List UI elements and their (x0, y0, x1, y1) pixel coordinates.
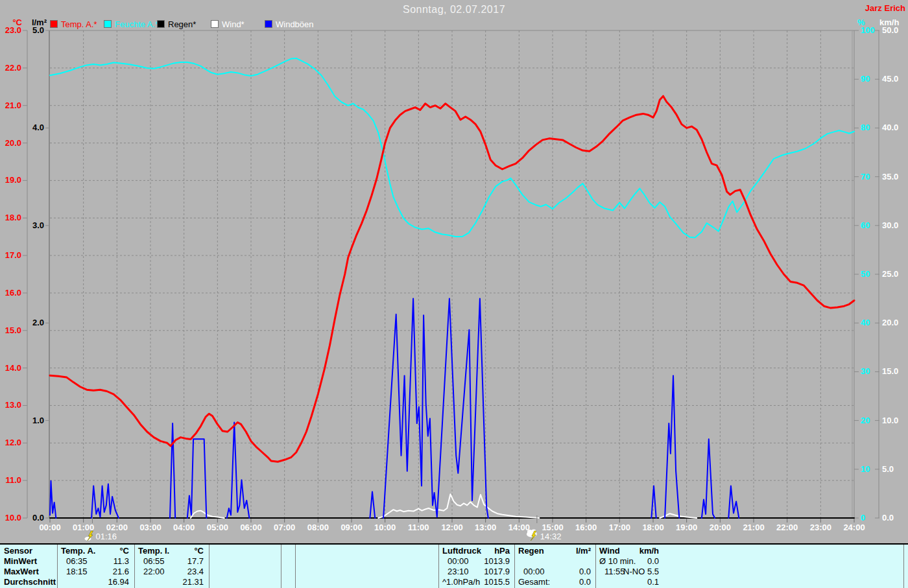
series-windböen (665, 375, 679, 518)
humidity-axis-tick-label: 60 (861, 220, 870, 230)
wind-axis-tick-label: 15.0 (882, 366, 898, 376)
rain-axis-tick-label: 2.0 (32, 318, 44, 327)
series-wind (378, 494, 539, 518)
rain-axis-tick-label: 3.0 (32, 220, 44, 230)
table-row-value: 23.4 (134, 567, 204, 576)
wind-axis-tick-label: 35.0 (882, 172, 898, 182)
temp-axis-tick-label: 13.0 (5, 400, 21, 410)
x-axis-tick-label: 00:00 (39, 523, 60, 532)
table-unit-label: °C (134, 546, 204, 556)
temp-axis-tick-label: 20.0 (5, 138, 21, 148)
table-column-divider (209, 545, 209, 588)
rain-axis-tick-label: 5.0 (32, 25, 44, 35)
series-windböen (702, 439, 715, 518)
x-axis-tick-label: 03:00 (139, 523, 161, 532)
temp-axis-tick-label: 12.0 (5, 438, 21, 447)
temp-axis-tick-label: 21.0 (5, 100, 21, 110)
wind-axis-tick-label: 5.0 (882, 464, 894, 474)
temp-axis-tick-label: 22.0 (5, 63, 21, 73)
x-axis-tick-label: 04:00 (173, 523, 195, 532)
table-row-value: 11.3 (57, 556, 129, 566)
table-row-value: 21.6 (57, 567, 129, 576)
weather-chart: 10.011.012.013.014.015.016.017.018.019.0… (0, 0, 908, 543)
humidity-axis-tick-label: 80 (861, 123, 870, 132)
series-tempa (50, 96, 854, 462)
wind-axis-tick-label: 0.0 (882, 513, 894, 523)
series-windböen (170, 423, 175, 518)
table-column-divider (281, 545, 281, 588)
weather-chart-screen: Sonntag, 02.07.2017 Jarz Erich °C l/m² %… (0, 0, 908, 588)
x-axis-tick-label: 20:00 (710, 523, 731, 532)
table-row-value: 0.0 (514, 567, 591, 576)
humidity-axis-tick-label: 40 (861, 318, 870, 327)
table-row-value: N-NO 5.5 (595, 567, 659, 576)
humidity-axis-tick-label: 50 (861, 269, 870, 279)
rain-axis-tick-label: 0.0 (32, 513, 44, 523)
x-axis-tick-label: 23:00 (810, 523, 831, 532)
humidity-axis-tick-label: 30 (861, 366, 870, 376)
humidity-axis-tick-label: 20 (861, 416, 870, 425)
x-axis-tick-label: 16:00 (575, 523, 597, 532)
temp-axis-tick-label: 11.0 (5, 475, 21, 485)
table-row-value: 1017.9 (438, 567, 510, 576)
humidity-axis-tick-label: 70 (861, 172, 870, 182)
x-axis-tick-label: 12:00 (441, 523, 462, 532)
stats-table: SensorMinWertMaxWertDurchschnittTemp. A.… (0, 543, 908, 588)
table-row-value: 16.94 (57, 577, 129, 587)
table-row-value: 1013.9 (438, 556, 510, 566)
table-row-value: 0.0 (514, 577, 591, 587)
series-windböen (227, 423, 250, 518)
x-axis-tick-label: 21:00 (743, 523, 764, 532)
series-windböen (370, 491, 375, 518)
table-column-divider (295, 545, 296, 588)
series-windböen (728, 486, 739, 518)
x-axis-tick-label: 07:00 (274, 523, 295, 532)
temp-axis-tick-label: 23.0 (5, 25, 21, 35)
series-windböen (91, 484, 119, 518)
wind-axis-tick-label: 25.0 (882, 269, 898, 279)
humidity-axis-tick-label: 0 (861, 513, 865, 523)
series-wind (191, 511, 224, 518)
x-axis-tick-label: 14:00 (508, 523, 530, 532)
wind-axis-tick-label: 20.0 (882, 318, 898, 327)
x-axis-tick-label: 24:00 (843, 523, 865, 532)
humidity-axis-tick-label: 90 (861, 74, 870, 84)
x-axis-tick-label: 06:00 (240, 523, 261, 532)
x-axis-tick-label: 19:00 (676, 523, 697, 532)
series-windböen (187, 439, 207, 518)
x-axis-tick-label: 22:00 (776, 523, 798, 532)
marker-time-label: 14:32 (540, 532, 562, 541)
x-axis-tick-label: 02:00 (106, 523, 128, 532)
table-row-value: 0.0 (595, 556, 659, 566)
temp-axis-tick-label: 14.0 (5, 363, 21, 373)
rain-axis-tick-label: 4.0 (32, 123, 44, 132)
temp-axis-tick-label: 17.0 (5, 250, 21, 260)
wind-axis-tick-label: 50.0 (882, 25, 898, 35)
table-row-label: MinWert (4, 556, 37, 566)
marker-time-label: 01:16 (95, 532, 117, 541)
wind-axis-tick-label: 30.0 (882, 220, 898, 230)
x-axis-tick-label: 10:00 (374, 523, 396, 532)
x-axis-tick-label: 05:00 (207, 523, 228, 532)
x-axis-tick-label: 18:00 (642, 523, 663, 532)
wind-axis-tick-label: 10.0 (882, 416, 898, 425)
x-axis-tick-label: 15:00 (542, 523, 563, 532)
table-row-value: 1015.5 (438, 577, 510, 587)
series-windböen (651, 486, 656, 518)
table-row-value: 21.31 (134, 577, 204, 587)
temp-axis-tick-label: 18.0 (5, 213, 21, 222)
table-header-sensor: Sensor (4, 546, 32, 556)
table-row-label: Durchschnitt (4, 577, 56, 587)
rain-axis-tick-label: 1.0 (32, 416, 44, 425)
x-axis-tick-label: 09:00 (340, 523, 362, 532)
wind-axis-tick-label: 40.0 (882, 123, 898, 132)
x-axis-tick-label: 11:00 (408, 523, 429, 532)
wind-axis-tick-label: 45.0 (882, 74, 898, 84)
table-row-value: 0.1 (595, 577, 659, 587)
temp-axis-tick-label: 10.0 (5, 513, 21, 523)
humidity-axis-tick-label: 100 (861, 25, 875, 35)
table-unit-label: hPa (438, 546, 510, 556)
x-axis-tick-label: 13:00 (475, 523, 496, 532)
table-row-label: MaxWert (4, 567, 39, 576)
table-row-value: 17.7 (134, 556, 204, 566)
